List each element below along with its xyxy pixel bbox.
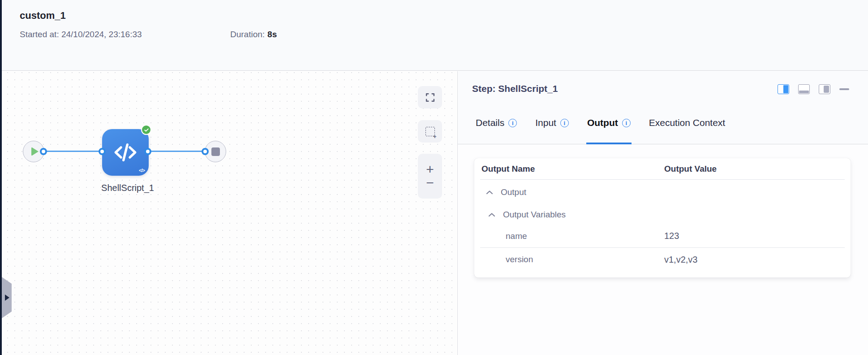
- started-at: Started at: 24/10/2024, 23:16:33: [20, 30, 142, 39]
- duration-label: Duration:: [230, 30, 265, 39]
- panel-header: Step: ShellScript_1 Details i Input i Ou…: [458, 71, 868, 144]
- execution-title: custom_1: [20, 10, 66, 22]
- output-value-cell: v1,v2,v3: [664, 255, 697, 265]
- marquee-select-icon: +: [425, 127, 435, 136]
- left-drawer-toggle[interactable]: [2, 277, 12, 318]
- zoom-controls: + −: [418, 154, 442, 199]
- zoom-in-button[interactable]: +: [418, 154, 442, 176]
- layout-right-drawer-icon: [824, 86, 829, 93]
- table-header-row: Output Name Output Value: [474, 158, 851, 179]
- shellscript-step-node[interactable]: </>: [102, 129, 149, 176]
- layout-split-right-button[interactable]: [778, 84, 789, 94]
- column-output-name: Output Name: [481, 164, 664, 174]
- output-name-cell: name: [474, 231, 664, 241]
- edge-step-to-end: [149, 151, 206, 152]
- table-row-output[interactable]: Output: [474, 180, 851, 204]
- step-details-panel: Step: ShellScript_1 Details i Input i Ou…: [457, 71, 868, 355]
- minimize-panel-button[interactable]: [839, 88, 849, 90]
- expand-icon: [425, 92, 435, 103]
- edge-start-to-step: [44, 151, 103, 152]
- app-root: custom_1 Started at: 24/10/2024, 23:16:3…: [0, 0, 868, 355]
- info-icon[interactable]: i: [622, 119, 631, 127]
- play-icon: [31, 147, 39, 156]
- fit-to-screen-button[interactable]: [418, 86, 442, 108]
- table-row-output-variables[interactable]: Output Variables: [474, 204, 851, 225]
- tab-output[interactable]: Output i: [586, 103, 632, 144]
- info-icon[interactable]: i: [508, 119, 517, 127]
- port-step-in: [99, 148, 106, 155]
- started-at-label: Started at:: [20, 30, 59, 39]
- output-name-cell: version: [474, 255, 664, 264]
- stop-icon: [211, 147, 220, 156]
- layout-split-right-icon: [783, 85, 788, 93]
- chevron-up-icon[interactable]: [488, 212, 495, 217]
- layout-bottom-dock-button[interactable]: [798, 84, 810, 94]
- tab-execution-context[interactable]: Execution Context: [648, 103, 726, 144]
- zoom-out-button[interactable]: −: [418, 176, 442, 199]
- step-title: Step: ShellScript_1: [472, 83, 558, 94]
- output-table-card: Output Name Output Value Output Output V…: [474, 158, 851, 277]
- step-node-label: ShellScript_1: [58, 183, 197, 193]
- chevron-right-icon: [5, 294, 9, 301]
- marquee-select-button[interactable]: +: [418, 120, 442, 143]
- tab-input-label: Input: [535, 117, 556, 128]
- panel-layout-controls: [778, 84, 849, 94]
- tab-input[interactable]: Input i: [534, 103, 570, 144]
- execution-header: custom_1 Started at: 24/10/2024, 23:16:3…: [2, 0, 868, 71]
- step-tabs: Details i Input i Output i Execution Con…: [475, 103, 726, 144]
- left-edge-strip: [0, 0, 2, 355]
- port-step-out: [144, 148, 151, 155]
- pipeline-canvas[interactable]: </> ShellScript_1 +: [2, 71, 457, 355]
- success-check-icon: [141, 125, 151, 135]
- table-row-version: version v1,v2,v3: [474, 248, 851, 271]
- group-label: Output: [501, 187, 526, 197]
- info-icon[interactable]: i: [560, 119, 569, 127]
- column-output-value: Output Value: [664, 164, 717, 174]
- tab-details[interactable]: Details i: [475, 103, 518, 144]
- layout-bottom-dock-icon: [799, 91, 809, 93]
- chevron-up-icon[interactable]: [486, 190, 493, 195]
- marquee-plus-glyph: +: [433, 134, 437, 139]
- started-at-value: 24/10/2024, 23:16:33: [61, 30, 142, 39]
- layout-right-drawer-button[interactable]: [819, 84, 830, 94]
- table-row-name: name 123: [474, 225, 851, 247]
- group-label: Output Variables: [503, 210, 566, 220]
- tab-execution-context-label: Execution Context: [649, 117, 725, 128]
- port-end-in: [202, 148, 209, 155]
- output-value-cell: 123: [664, 231, 679, 241]
- code-watermark-icon: </>: [139, 168, 145, 173]
- tab-details-label: Details: [476, 117, 504, 128]
- duration-value: 8s: [267, 30, 277, 39]
- code-icon: [112, 139, 139, 166]
- tab-output-label: Output: [587, 117, 618, 128]
- duration: Duration:8s: [230, 30, 277, 39]
- port-start-out: [40, 148, 47, 155]
